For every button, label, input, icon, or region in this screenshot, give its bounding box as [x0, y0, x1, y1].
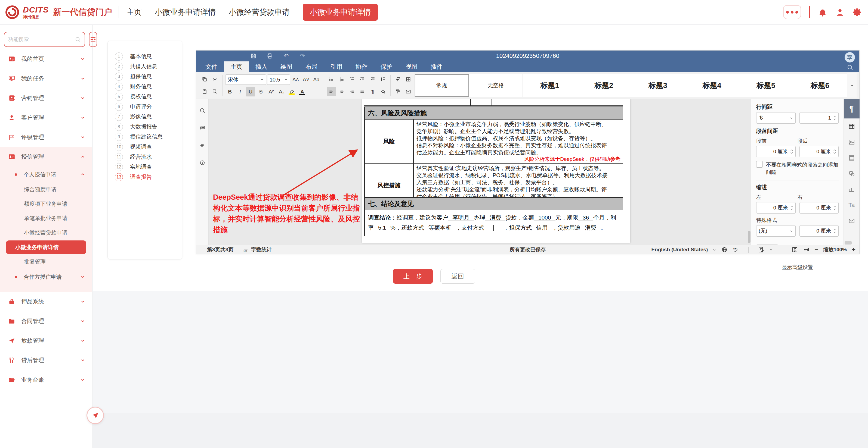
sidebar-item[interactable]: 押品系统: [0, 292, 92, 311]
sidebar-item[interactable]: 我的任务: [0, 69, 92, 88]
font-shrink-icon[interactable]: A˅: [301, 75, 311, 84]
sidebar-item[interactable]: 授信管理: [0, 147, 92, 167]
format-painter-icon[interactable]: [393, 87, 403, 96]
gear-icon[interactable]: [853, 8, 862, 17]
search-icon[interactable]: [199, 108, 205, 113]
font-grow-icon[interactable]: A˄: [291, 75, 300, 84]
fit-page-icon[interactable]: [792, 246, 798, 253]
conclusion-blank[interactable]: 消费: [581, 225, 600, 231]
tab-2[interactable]: 小微经营贷款申请: [229, 7, 290, 18]
editor-menu-5[interactable]: 引用: [324, 61, 349, 72]
conclusion-blank[interactable]: [484, 225, 503, 231]
editor-menu-6[interactable]: 协作: [349, 61, 374, 72]
sidebar-item[interactable]: 评级管理: [0, 128, 92, 147]
editor-menu-0[interactable]: 文件: [199, 61, 224, 72]
special-format-select[interactable]: (无): [756, 225, 796, 237]
step-item-4[interactable]: 4财务信息: [115, 81, 182, 92]
redo-icon[interactable]: ↷: [300, 53, 306, 59]
spellcheck-icon[interactable]: ABC: [733, 246, 739, 253]
paste-icon[interactable]: [200, 87, 209, 96]
step-item-13[interactable]: 13调查报告: [115, 172, 182, 182]
indent-icon[interactable]: [368, 75, 377, 84]
highlight-icon[interactable]: [287, 87, 297, 97]
styles-more-button[interactable]: [847, 73, 857, 98]
tab-0[interactable]: 主页: [126, 7, 142, 18]
style-chip[interactable]: 标题4: [685, 74, 739, 97]
step-item-11[interactable]: 11经营流水: [115, 152, 182, 162]
back-button[interactable]: 返回: [440, 269, 475, 284]
shape-icon[interactable]: [844, 166, 860, 181]
search-input[interactable]: [8, 36, 75, 42]
sidebar-item[interactable]: 贷后管理: [0, 350, 92, 370]
font-color-icon[interactable]: A: [298, 87, 307, 97]
mail-icon[interactable]: [404, 87, 413, 96]
select-icon[interactable]: [210, 87, 219, 96]
globe-icon[interactable]: [721, 246, 727, 253]
cut-icon[interactable]: ✂: [210, 75, 219, 84]
pilcrow-icon[interactable]: ¶: [368, 87, 377, 96]
page-count[interactable]: 第3页共3页: [207, 246, 234, 253]
style-chip[interactable]: 标题6: [793, 74, 847, 97]
underline-icon[interactable]: U: [246, 87, 255, 97]
line-spacing-value[interactable]: 1: [800, 112, 839, 124]
sidebar-item-leaf[interactable]: 小微经营贷款申请: [0, 226, 92, 240]
shading-icon[interactable]: [378, 87, 388, 96]
fit-width-icon[interactable]: [803, 246, 809, 253]
editor-menu-1[interactable]: 主页: [224, 61, 249, 72]
editor-menu-8[interactable]: 视图: [399, 61, 424, 72]
line-spacing-select[interactable]: 多: [756, 112, 796, 124]
conclusion-blank[interactable]: 36: [578, 214, 593, 221]
chevron-down-icon[interactable]: [713, 248, 716, 251]
copy-icon[interactable]: [200, 75, 209, 84]
zoom-in-button[interactable]: +: [852, 246, 856, 253]
tab-active-3[interactable]: 小微业务申请详情: [303, 4, 378, 21]
conclusion-blank[interactable]: 等额本析: [424, 225, 456, 231]
sidebar-item[interactable]: 我的首页: [0, 49, 92, 69]
indent-right-input[interactable]: 0 厘米: [800, 202, 839, 213]
user-icon[interactable]: [835, 8, 845, 17]
step-item-1[interactable]: 1基本信息: [115, 51, 182, 61]
undo-icon[interactable]: ↶: [283, 53, 289, 59]
font-size-select[interactable]: 10.5: [267, 74, 290, 85]
step-item-3[interactable]: 3担保信息: [115, 71, 182, 81]
step-item-9[interactable]: 9授信建议信息: [115, 132, 182, 142]
subscript-icon[interactable]: A₂: [277, 87, 286, 97]
conclusion-blank[interactable]: 消费: [485, 214, 505, 221]
clear-format-icon[interactable]: [393, 75, 403, 84]
vertical-scrollbar[interactable]: [747, 99, 750, 245]
align-right-icon[interactable]: [347, 87, 356, 96]
sidebar-subitem[interactable]: 个人授信申请: [0, 167, 92, 182]
editor-menu-9[interactable]: 插件: [424, 61, 449, 72]
style-chip[interactable]: 标题5: [739, 74, 793, 97]
conclusion-blank[interactable]: 1000: [534, 214, 555, 221]
editor-menu-4[interactable]: 布局: [299, 61, 324, 72]
italic-icon[interactable]: I: [236, 87, 245, 97]
sidebar-item[interactable]: 业务台账: [0, 370, 92, 389]
style-chip[interactable]: 无空格: [469, 74, 523, 97]
step-item-6[interactable]: 6申请评分: [115, 102, 182, 112]
editor-search-icon[interactable]: [847, 64, 853, 71]
style-chip[interactable]: 标题3: [631, 74, 685, 97]
style-chip[interactable]: 标题1: [523, 74, 577, 97]
chevron-down-icon[interactable]: [769, 248, 773, 251]
word-count[interactable]: 字数统计: [251, 246, 272, 253]
editor-menu-2[interactable]: 插入: [249, 61, 274, 72]
header-footer-icon[interactable]: [844, 150, 860, 166]
style-chip[interactable]: 常规: [415, 74, 469, 97]
conclusion-paragraph[interactable]: 调查结论：经调查，建议为客户李明月办理消费贷款，金额1000元，期限36个月，利…: [364, 210, 623, 236]
step-item-2[interactable]: 2共借人信息: [115, 61, 182, 71]
conclusion-blank[interactable]: 信用: [532, 225, 552, 231]
step-item-8[interactable]: 8大数据报告: [115, 122, 182, 132]
paragraph-icon[interactable]: ¶: [844, 99, 860, 118]
strikethrough-icon[interactable]: S: [256, 87, 266, 97]
font-name-select[interactable]: 宋体: [225, 74, 266, 85]
table-icon[interactable]: [844, 118, 860, 134]
spacing-before-input[interactable]: 0 厘米: [756, 146, 796, 157]
bell-icon[interactable]: [818, 8, 827, 17]
change-case-icon[interactable]: Aa: [312, 75, 321, 84]
line-spacing-icon[interactable]: [378, 75, 388, 84]
sidebar-item-leaf[interactable]: 批复管理: [0, 254, 92, 269]
indent-left-input[interactable]: 0 厘米: [756, 202, 796, 213]
style-chip[interactable]: 标题2: [577, 74, 631, 97]
step-item-10[interactable]: 10视频调查: [115, 142, 182, 152]
